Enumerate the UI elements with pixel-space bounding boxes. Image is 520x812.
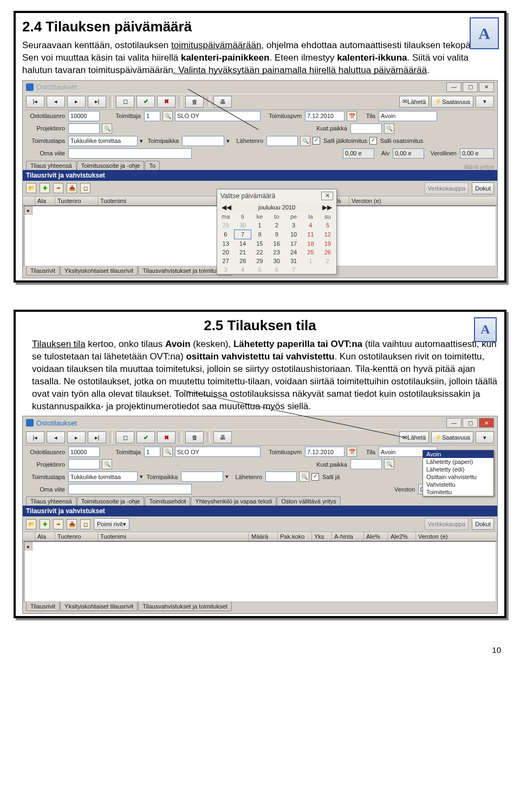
cal-day[interactable]: 19: [319, 239, 336, 248]
remove-row-button[interactable]: ━: [53, 519, 63, 529]
ok-button[interactable]: ✔: [136, 431, 155, 443]
lookup-icon[interactable]: 🔍: [300, 136, 310, 146]
cal-day[interactable]: 2: [268, 221, 285, 230]
input-projektinro[interactable]: [68, 459, 100, 469]
input-laheteno[interactable]: [265, 472, 297, 482]
input-projektinro[interactable]: [68, 123, 100, 134]
import-icon[interactable]: 📥: [67, 519, 77, 529]
cal-day[interactable]: 21: [234, 248, 251, 257]
input-toimitustapa[interactable]: Tukkuliike toimittaa: [68, 136, 138, 146]
tab[interactable]: Tilaus yhteensä: [26, 161, 76, 170]
cal-day[interactable]: 1: [251, 221, 268, 230]
cal-day[interactable]: 3: [285, 221, 302, 230]
dropdown-item[interactable]: Vahvistettu: [423, 481, 493, 488]
calendar-icon[interactable]: 📅: [347, 111, 357, 121]
lookup-icon[interactable]: 🔍: [299, 472, 309, 482]
col[interactable]: Ala: [35, 197, 55, 205]
cal-day[interactable]: 7: [285, 265, 302, 274]
cal-day[interactable]: 31: [285, 257, 302, 265]
col[interactable]: Ale%: [364, 532, 388, 541]
tab[interactable]: Tilausrivit: [26, 266, 60, 276]
tab[interactable]: Toimitusehdot: [145, 496, 190, 506]
cal-day[interactable]: 12: [319, 230, 336, 239]
cal-day[interactable]: 29: [251, 257, 268, 265]
input-kust[interactable]: [350, 459, 382, 469]
input-toimittaja-num[interactable]: 1: [144, 447, 160, 457]
checkbox-osatoimitus[interactable]: ✓: [369, 137, 377, 145]
cal-day[interactable]: 20: [217, 248, 234, 257]
col[interactable]: Tuotenimi: [98, 197, 217, 205]
dropdown-item[interactable]: Osittain vahvistettu: [423, 473, 493, 481]
input-omaviite[interactable]: [68, 148, 192, 159]
lookup-icon[interactable]: 🔍: [162, 111, 173, 121]
new-button[interactable]: ◻: [116, 431, 134, 443]
lookup-icon[interactable]: 🔍: [384, 459, 394, 469]
cal-day[interactable]: 16: [268, 239, 285, 248]
tab[interactable]: Yhteyshenkilö ja vapaa teksti: [191, 496, 276, 506]
calendar-close-button[interactable]: ✕: [321, 192, 333, 200]
cal-day[interactable]: 4: [302, 221, 319, 230]
cal-day[interactable]: 18: [302, 239, 319, 248]
dropdown-item[interactable]: Lähetetty (paperi): [423, 458, 493, 466]
cal-day[interactable]: 29: [217, 221, 234, 230]
send-button[interactable]: ✉ Lähetä: [399, 96, 429, 108]
cal-day[interactable]: 13: [217, 239, 234, 248]
input-kust[interactable]: [350, 123, 382, 134]
cal-day[interactable]: 30: [268, 257, 285, 265]
close-button[interactable]: ✕: [479, 418, 494, 428]
tab[interactable]: Oston välittävä yritys: [277, 496, 340, 506]
cal-day[interactable]: 4: [234, 265, 251, 274]
availability-button[interactable]: ⚡ Saatavuus: [431, 96, 473, 108]
tab[interactable]: Tilausvahvistukset ja toimitukset: [138, 602, 232, 611]
nav-last-button[interactable]: ▸|: [88, 96, 106, 108]
cal-day[interactable]: 7: [234, 230, 251, 239]
verkkokauppa-button[interactable]: Verkkokauppa: [425, 518, 469, 530]
nav-first-button[interactable]: |◂: [26, 431, 44, 443]
cal-day[interactable]: 8: [251, 230, 268, 239]
input-tila[interactable]: Avoin: [379, 111, 437, 121]
checkbox-jalkitoimitus[interactable]: ✓: [313, 137, 320, 145]
lookup-icon[interactable]: 🔍: [102, 123, 112, 134]
cal-day[interactable]: 6: [268, 265, 285, 274]
nav-last-button[interactable]: ▸|: [88, 431, 106, 443]
tila-dropdown[interactable]: AvoinLähetetty (paperi)Lähetetty (edi)Os…: [422, 450, 494, 496]
cal-next-button[interactable]: ▶▶: [322, 204, 332, 211]
new-icon[interactable]: ◻: [80, 183, 90, 193]
cal-day[interactable]: 28: [234, 257, 251, 265]
lookup-icon[interactable]: 🔍: [162, 447, 173, 457]
input-ostotilausnro[interactable]: 10000: [68, 111, 100, 121]
delete-button[interactable]: 🗑: [185, 431, 204, 443]
cal-day[interactable]: 10: [285, 230, 302, 239]
nav-first-button[interactable]: |◂: [26, 96, 44, 108]
remove-row-button[interactable]: ━: [53, 183, 63, 193]
print-button[interactable]: 🖶: [213, 431, 232, 443]
close-button[interactable]: ✕: [479, 82, 494, 92]
cal-day[interactable]: 30: [234, 221, 251, 230]
cal-day[interactable]: 5: [319, 221, 336, 230]
col[interactable]: Tuotenro: [55, 532, 98, 541]
cal-day[interactable]: 24: [285, 248, 302, 257]
input-toimittaja-name[interactable]: SLO OY: [175, 447, 261, 457]
input-laheteno[interactable]: [266, 136, 298, 146]
maximize-button[interactable]: ▢: [463, 82, 478, 92]
input-omaviite[interactable]: [68, 484, 192, 494]
col[interactable]: Veroton (e): [349, 197, 497, 205]
col[interactable]: A-hinta: [332, 532, 364, 541]
col[interactable]: Tuotenro: [55, 197, 98, 205]
cal-day[interactable]: 2: [319, 257, 336, 265]
ok-button[interactable]: ✔: [136, 96, 155, 108]
maximize-button[interactable]: ▢: [463, 418, 478, 428]
col[interactable]: Pak.koko: [278, 532, 312, 541]
col[interactable]: Ale2%: [388, 532, 416, 541]
nav-prev-button[interactable]: ◂: [47, 96, 65, 108]
add-row-button[interactable]: ✚: [40, 519, 50, 529]
input-ostotilausnro[interactable]: 10000: [68, 447, 100, 457]
cal-day[interactable]: [319, 265, 336, 274]
tab[interactable]: Toimitusosoite ja -ohje: [77, 161, 145, 170]
open-icon[interactable]: 📂: [26, 519, 36, 529]
dokut-button[interactable]: Dokut: [472, 518, 494, 530]
nav-next-button[interactable]: ▸: [67, 96, 86, 108]
dropdown-item[interactable]: Avoin: [423, 450, 493, 458]
new-icon[interactable]: ◻: [80, 519, 90, 529]
dropdown-item[interactable]: Lähetetty (edi): [423, 466, 493, 473]
